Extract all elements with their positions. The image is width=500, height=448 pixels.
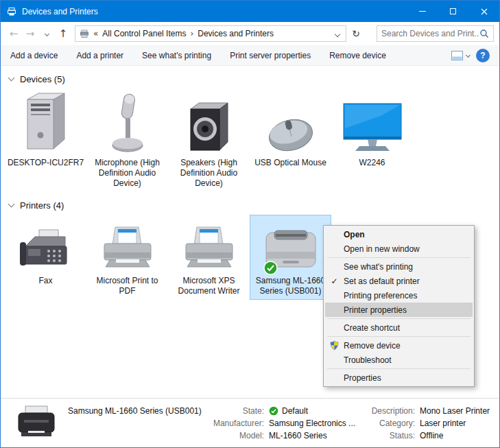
printer-label: Microsoft XPS Document Writer — [171, 272, 248, 296]
device-label: USB Optical Mouse — [254, 154, 326, 168]
detail-row-status: Status: Offline — [361, 429, 492, 442]
maximize-icon — [450, 8, 456, 14]
menu-item-label: Remove device — [344, 341, 401, 351]
breadcrumb-item-control-panel[interactable]: All Control Panel Items — [102, 29, 187, 38]
menu-item-remove-device[interactable]: Remove device — [325, 338, 473, 353]
device-item-microphone[interactable]: Microphone (High Definition Audio Device… — [86, 89, 168, 192]
details-right-column: Description: Mono Laser Printer Category… — [361, 405, 492, 442]
device-item-desktop[interactable]: DESKTOP-ICU2FR7 — [5, 89, 86, 192]
print-server-properties-button[interactable]: Print server properties — [230, 51, 311, 60]
address-bar[interactable]: « All Control Panel Items › Devices and … — [75, 25, 346, 42]
command-bar: Add a device Add a printer See what's pr… — [1, 45, 499, 66]
computer-icon — [22, 91, 70, 154]
forward-button[interactable]: → — [23, 25, 38, 42]
fax-icon — [19, 217, 73, 272]
refresh-button[interactable]: ↻ — [348, 25, 364, 42]
see-whats-printing-button[interactable]: See what's printing — [142, 51, 211, 60]
device-item-monitor[interactable]: W2246 — [331, 89, 413, 192]
menu-item-troubleshoot[interactable]: Troubleshoot — [325, 353, 473, 367]
menu-item-properties[interactable]: Properties — [325, 370, 473, 385]
search-input[interactable] — [381, 29, 479, 38]
window-printer-icon — [6, 6, 17, 17]
breadcrumb-overflow[interactable]: « — [93, 29, 98, 38]
recent-locations-button[interactable] — [39, 25, 54, 42]
toolbar-right-controls: ? — [451, 49, 490, 62]
menu-item-label: Open — [344, 230, 365, 239]
printer-icon — [99, 217, 156, 272]
device-label: W2246 — [359, 154, 385, 168]
device-item-speakers[interactable]: Speakers (High Definition Audio Device) — [168, 89, 250, 192]
help-button[interactable]: ? — [476, 49, 490, 62]
default-check-icon — [269, 406, 278, 416]
remove-device-button[interactable]: Remove device — [329, 51, 386, 60]
details-pane-toggle-button[interactable] — [451, 51, 470, 60]
address-location-icon — [79, 28, 90, 39]
devices-section-header[interactable]: Devices (5) — [1, 66, 499, 86]
menu-item-label: Open in new window — [344, 244, 420, 254]
caption-buttons — [407, 1, 499, 22]
printer-item-print-to-pdf[interactable]: Microsoft Print to PDF — [86, 215, 168, 300]
menu-item-open-in-new-window[interactable]: Open in new window — [325, 241, 473, 256]
detail-row-category: Category: Laser printer — [361, 417, 492, 429]
menu-item-label: Create shortcut — [344, 323, 400, 333]
device-item-mouse[interactable]: USB Optical Mouse — [250, 89, 331, 192]
printer-item-samsung-ml1660[interactable]: Samsung ML-1660 Series (USB001) — [250, 215, 331, 300]
detail-value: Default — [282, 405, 308, 417]
detail-key: Description: — [361, 405, 415, 417]
detail-value: Offline — [420, 429, 443, 442]
window-title: Devices and Printers — [22, 7, 98, 16]
minimize-button[interactable] — [407, 1, 438, 22]
menu-item-create-shortcut[interactable]: Create shortcut — [325, 320, 473, 335]
menu-item-see-whats-printing[interactable]: See what's printing — [325, 259, 473, 274]
menu-item-printing-preferences[interactable]: Printing preferences — [325, 288, 473, 303]
microphone-icon — [108, 91, 147, 154]
detail-key: Manufacturer: — [206, 417, 264, 429]
search-icon[interactable] — [479, 29, 489, 38]
add-a-printer-button[interactable]: Add a printer — [76, 51, 123, 60]
printers-section-title: Printers (4) — [20, 200, 64, 211]
menu-item-label: See what's printing — [344, 262, 413, 272]
printer-label: Microsoft Print to PDF — [89, 272, 166, 296]
minimize-icon — [419, 11, 426, 12]
breadcrumb-item-devices-printers[interactable]: Devices and Printers — [197, 29, 274, 38]
menu-item-label: Properties — [344, 373, 381, 383]
menu-separator — [327, 257, 471, 258]
maximize-button[interactable] — [438, 1, 468, 22]
detail-row-model: Model: ML-1660 Series — [206, 429, 361, 442]
address-dropdown-button[interactable] — [335, 29, 342, 38]
up-button[interactable]: ↑ — [56, 25, 71, 42]
menu-item-label: Printer properties — [344, 305, 407, 315]
details-title: Samsung ML-1660 Series (USB001) — [68, 405, 206, 416]
menu-separator — [327, 336, 471, 337]
monitor-icon — [342, 91, 403, 154]
menu-item-open[interactable]: Open — [325, 227, 473, 241]
detail-row-state: State: Default — [206, 405, 361, 417]
printer-context-menu: Open Open in new window See what's print… — [323, 225, 475, 387]
speaker-icon — [185, 91, 233, 154]
title-bar[interactable]: Devices and Printers — [1, 1, 499, 22]
menu-separator — [327, 368, 471, 369]
navigation-bar: ← → ↑ « All Control Panel Items › Device… — [1, 22, 499, 45]
printer-item-fax[interactable]: Fax — [5, 215, 86, 300]
close-button[interactable] — [468, 1, 499, 22]
printers-section-header[interactable]: Printers (4) — [1, 192, 499, 212]
selected-printer-thumbnail-icon — [14, 405, 58, 440]
printer-label: Samsung ML-1660 Series (USB001) — [252, 272, 329, 296]
detail-value: Samsung Electronics ... — [269, 417, 355, 429]
details-left-column: State: Default Manufacturer: Samsung Ele… — [206, 405, 361, 442]
check-icon: ✓ — [325, 276, 344, 286]
search-box — [377, 25, 494, 42]
laser-printer-icon — [262, 217, 320, 272]
chevron-down-icon — [466, 53, 471, 58]
detail-value: Mono Laser Printer — [420, 405, 490, 417]
printer-item-xps-writer[interactable]: Microsoft XPS Document Writer — [168, 215, 250, 300]
menu-item-printer-properties[interactable]: Printer properties — [325, 303, 473, 317]
add-a-device-button[interactable]: Add a device — [10, 51, 58, 60]
printer-label: Fax — [38, 272, 52, 286]
default-printer-check-icon — [263, 261, 278, 275]
breadcrumb-separator-icon: › — [190, 29, 193, 38]
close-icon — [481, 8, 488, 15]
back-button[interactable]: ← — [6, 25, 21, 42]
collapse-chevron-icon — [8, 75, 15, 82]
menu-item-set-as-default-printer[interactable]: ✓Set as default printer — [325, 274, 473, 288]
